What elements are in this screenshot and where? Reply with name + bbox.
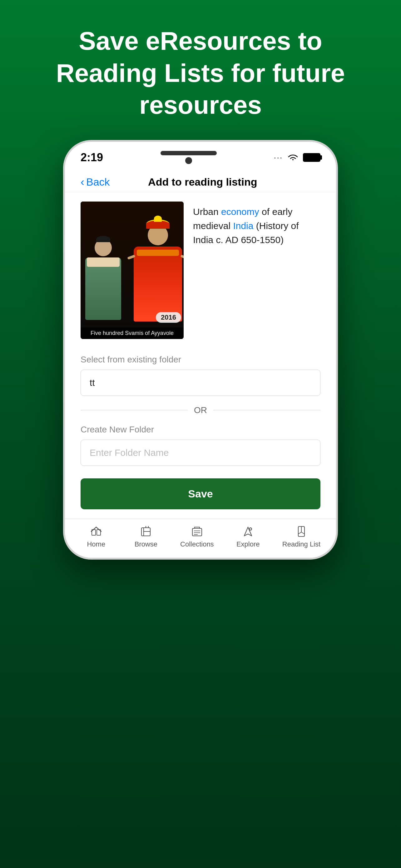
tab-reading-list-label: Reading List: [282, 540, 321, 548]
save-button[interactable]: Save: [80, 478, 321, 509]
volume-up-button: [63, 217, 65, 245]
select-folder-label: Select from existing folder: [80, 354, 321, 365]
reading-list-icon: [295, 525, 308, 538]
back-chevron-icon: ‹: [80, 176, 84, 189]
explore-icon: [242, 525, 254, 538]
camera-dot: [185, 157, 192, 164]
nav-bar: ‹ Back Add to reading listing: [65, 170, 336, 192]
hero-title: Save eResources to Reading Lists for fut…: [0, 0, 401, 140]
create-folder-section: Create New Folder: [80, 425, 321, 466]
figure-left: [85, 239, 121, 322]
thumbnail-caption: Five hundred Svamis of Ayyavole: [80, 328, 183, 339]
main-content: 2016 Five hundred Svamis of Ayyavole Urb…: [65, 192, 336, 519]
or-divider: OR: [80, 405, 321, 415]
tab-browse-label: Browse: [135, 540, 157, 548]
resource-thumbnail: 2016 Five hundred Svamis of Ayyavole: [80, 202, 183, 339]
tab-collections[interactable]: Collections: [180, 525, 214, 548]
tab-collections-label: Collections: [180, 540, 214, 548]
resource-info: Urban economy of early medieval India (H…: [193, 202, 321, 339]
resource-title-part1: Urban: [193, 207, 221, 217]
tab-reading-list[interactable]: Reading List: [282, 525, 321, 548]
select-folder-section: Select from existing folder: [80, 354, 321, 396]
wifi-icon: [287, 153, 299, 161]
tab-home[interactable]: Home: [80, 525, 112, 548]
or-line-left: [80, 410, 188, 410]
notch-area: [161, 151, 217, 164]
resource-card: 2016 Five hundred Svamis of Ayyavole Urb…: [80, 202, 321, 339]
figure-right: [134, 225, 182, 322]
browse-icon: [140, 525, 152, 538]
create-folder-input[interactable]: [80, 440, 321, 466]
status-bar: 2:19 ···: [65, 142, 336, 170]
hero-section: Save eResources to Reading Lists for fut…: [0, 0, 401, 140]
silent-button: [63, 192, 65, 208]
tab-bar: Home Browse Collections: [65, 519, 336, 558]
resource-title-link1: economy: [221, 207, 259, 217]
nav-title: Add to reading listing: [110, 176, 295, 188]
status-icons: ···: [274, 153, 321, 162]
tab-home-label: Home: [87, 540, 105, 548]
phone-mockup: 2:19 ··· ‹ Back Add to reading listing: [63, 140, 338, 560]
create-folder-label: Create New Folder: [80, 425, 321, 435]
tab-explore[interactable]: Explore: [232, 525, 264, 548]
svg-point-6: [250, 528, 252, 530]
select-folder-input[interactable]: [80, 370, 321, 396]
status-time: 2:19: [80, 151, 103, 164]
battery-icon: [303, 153, 321, 162]
year-badge: 2016: [156, 312, 181, 323]
resource-title-link2: India: [233, 221, 253, 231]
power-button: [336, 204, 338, 229]
notch-pill: [161, 151, 217, 155]
tab-browse[interactable]: Browse: [130, 525, 162, 548]
signal-icon: ···: [274, 153, 283, 162]
or-text: OR: [194, 405, 207, 415]
collections-icon: [191, 525, 203, 538]
tab-explore-label: Explore: [236, 540, 260, 548]
or-line-right: [213, 410, 321, 410]
back-label: Back: [86, 176, 110, 188]
volume-down-button: [63, 254, 65, 282]
home-icon: [90, 525, 102, 538]
thumbnail-image: 2016 Five hundred Svamis of Ayyavole: [80, 202, 183, 339]
back-button[interactable]: ‹ Back: [80, 176, 110, 189]
